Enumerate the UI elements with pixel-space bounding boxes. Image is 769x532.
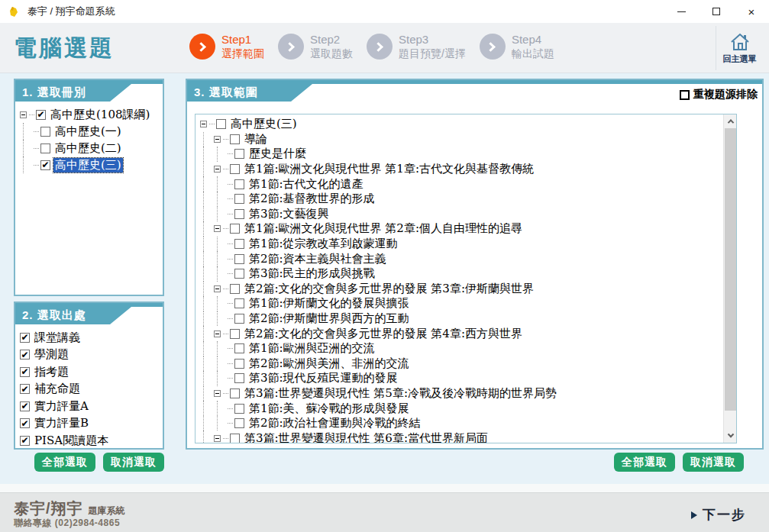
tree-checkbox[interactable]	[234, 179, 244, 189]
source-label[interactable]: PISA閱讀題本	[33, 434, 110, 448]
tree-item-label[interactable]: 第1篇:歐洲文化與現代世界 第2章:個人自由理性的追尋	[243, 221, 524, 236]
source-checkbox[interactable]: ✔	[20, 436, 30, 446]
tree-item-label[interactable]: 第1篇:歐洲文化與現代世界 第1章:古代文化與基督教傳統	[243, 162, 535, 176]
scope-deselect-button[interactable]: 取消選取	[683, 453, 744, 472]
source-checkbox[interactable]: ✔	[20, 333, 30, 343]
tree-item-label[interactable]: 第3篇:世界變遷與現代性 第5章:冷戰及後冷戰時期的世界局勢	[243, 386, 558, 401]
tree-item-label[interactable]: 第1節:伊斯蘭文化的發展與擴張	[247, 296, 411, 311]
tree-checkbox[interactable]	[234, 239, 244, 249]
source-checkbox[interactable]: ✔	[20, 350, 30, 360]
tree-checkbox[interactable]	[230, 134, 240, 144]
tree-checkbox[interactable]	[230, 284, 240, 294]
scroll-down-icon[interactable]	[724, 430, 737, 443]
tree-checkbox[interactable]	[234, 209, 244, 219]
scroll-up-icon[interactable]	[724, 114, 737, 127]
minimize-button[interactable]	[664, 0, 699, 23]
tree-item-label[interactable]: 第2篇:文化的交會與多元世界的發展 第3章:伊斯蘭與世界	[243, 282, 535, 296]
tree-checkbox[interactable]	[40, 143, 50, 153]
tree-checkbox[interactable]	[234, 404, 244, 414]
tree-checkbox[interactable]	[234, 359, 244, 369]
step-4-label: 輸出試題	[512, 47, 554, 61]
tree-checkbox[interactable]	[234, 149, 244, 159]
source-label[interactable]: 課堂講義	[33, 330, 82, 345]
tree-item-label[interactable]: 第2節:基督教世界的形成	[247, 192, 376, 206]
tree-expander-icon[interactable]	[20, 111, 27, 118]
tree-item-label[interactable]: 高中歷史(108課綱)	[49, 108, 151, 122]
tree-checkbox[interactable]	[230, 329, 240, 339]
tree-item-label[interactable]: 第3節:現代反殖民運動的發展	[247, 371, 399, 385]
tree-checkbox[interactable]: ✔	[36, 110, 46, 120]
tree-expander-icon[interactable]	[214, 225, 221, 232]
tree-item-label[interactable]: 高中歷史(三)	[53, 158, 123, 172]
dedupe-checkbox[interactable]	[680, 90, 690, 100]
tree-expander-icon[interactable]	[214, 390, 221, 397]
tree-checkbox[interactable]	[234, 343, 244, 353]
tree-item-label[interactable]: 第1節:從宗教改革到啟蒙運動	[247, 237, 399, 251]
tree-item-label[interactable]: 第3節:文藝復興	[247, 207, 331, 221]
sources-deselect-button[interactable]: 取消選取	[103, 453, 164, 472]
tree-expander-icon[interactable]	[214, 166, 221, 172]
tree-checkbox[interactable]	[234, 373, 244, 383]
source-item: ✔學測題	[20, 347, 160, 364]
tree-expander-icon[interactable]	[214, 330, 221, 337]
source-label[interactable]: 指考題	[33, 365, 70, 379]
tree-item-label[interactable]: 高中歷史(一)	[53, 124, 123, 139]
step-4: Step4 輸出試題	[480, 33, 554, 60]
tree-item-label[interactable]: 第1節:美、蘇冷戰的形成與發展	[247, 401, 411, 416]
tree-expander-icon[interactable]	[214, 285, 221, 292]
tree-item-label[interactable]: 第2節:歐洲與美洲、非洲的交流	[247, 356, 411, 371]
source-label[interactable]: 補充命題	[33, 382, 82, 396]
tree-checkbox[interactable]	[230, 224, 240, 234]
tree-item-label[interactable]: 高中歷史(三)	[229, 117, 299, 131]
maximize-button[interactable]	[699, 0, 734, 23]
tree-row: 第1節:從宗教改革到啟蒙運動	[200, 237, 721, 252]
tree-item-label[interactable]: 第2節:政治社會運動與冷戰的終結	[247, 416, 422, 430]
source-checkbox[interactable]: ✔	[20, 384, 30, 394]
tree-checkbox[interactable]	[234, 269, 244, 279]
tree-item-label[interactable]: 第1節:歐洲與亞洲的交流	[247, 341, 376, 356]
tree-connector	[29, 114, 34, 115]
tree-expander-icon[interactable]	[200, 121, 207, 127]
source-checkbox[interactable]: ✔	[20, 418, 30, 428]
tree-item-label[interactable]: 第3節:民主的形成與挑戰	[247, 266, 376, 281]
tree-checkbox[interactable]	[234, 298, 244, 308]
source-label[interactable]: 學測題	[33, 347, 70, 362]
tree-expander-icon[interactable]	[214, 136, 221, 143]
scrollbar[interactable]	[723, 114, 736, 443]
source-checkbox[interactable]: ✔	[20, 401, 30, 411]
tree-item-label[interactable]: 高中歷史(二)	[53, 141, 123, 156]
source-checkbox[interactable]: ✔	[20, 367, 30, 377]
source-label[interactable]: 實力評量B	[33, 416, 90, 430]
scope-tree: 高中歷史(三)導論歷史是什麼第1篇:歐洲文化與現代世界 第1章:古代文化與基督教…	[200, 117, 721, 441]
tree-checkbox[interactable]	[230, 434, 240, 443]
tree-item-label[interactable]: 導論	[243, 132, 269, 147]
scope-select-all-button[interactable]: 全部選取	[614, 453, 675, 472]
tree-item-label[interactable]: 第1節:古代文化的遺產	[247, 177, 365, 192]
panel-select-volume: 1. 選取冊別 ✔高中歷史(108課綱)高中歷史(一)高中歷史(二)✔高中歷史(…	[14, 79, 164, 296]
tree-row: 第2節:伊斯蘭世界與西方的互動	[200, 311, 721, 327]
tree-checkbox[interactable]	[230, 164, 240, 174]
tree-checkbox[interactable]	[230, 389, 240, 398]
footer: 泰宇/翔宇 題庫系統 聯絡專線 (02)2984-4865 下一步	[0, 492, 769, 532]
tree-checkbox[interactable]	[234, 418, 244, 428]
tree-item-label[interactable]: 第2節:資本主義與社會主義	[247, 252, 388, 266]
tree-checkbox[interactable]: ✔	[40, 160, 50, 170]
tree-checkbox[interactable]	[234, 314, 244, 324]
tree-connector	[34, 131, 39, 132]
home-button[interactable]: 回主選單	[716, 26, 763, 70]
tree-item-label[interactable]: 第2篇:文化的交會與多元世界的發展 第4章:西方與世界	[243, 327, 524, 341]
tree-checkbox[interactable]	[216, 119, 226, 129]
sources-select-all-button[interactable]: 全部選取	[34, 453, 95, 472]
next-step-button[interactable]: 下一步	[691, 506, 746, 524]
tree-connector	[223, 289, 228, 289]
close-button[interactable]: ×	[734, 0, 769, 23]
tree-item-label[interactable]: 第2節:伊斯蘭世界與西方的互動	[247, 311, 411, 326]
scrollbar-thumb[interactable]	[725, 128, 736, 411]
tree-checkbox[interactable]	[234, 194, 244, 204]
source-label[interactable]: 實力評量A	[33, 399, 90, 414]
tree-item-label[interactable]: 第3篇:世界變遷與現代性 第6章:當代世界新局面	[243, 431, 490, 443]
tree-checkbox[interactable]	[40, 127, 50, 137]
tree-item-label[interactable]: 歷史是什麼	[247, 147, 308, 161]
tree-expander-icon[interactable]	[214, 435, 221, 442]
tree-checkbox[interactable]	[234, 254, 244, 264]
